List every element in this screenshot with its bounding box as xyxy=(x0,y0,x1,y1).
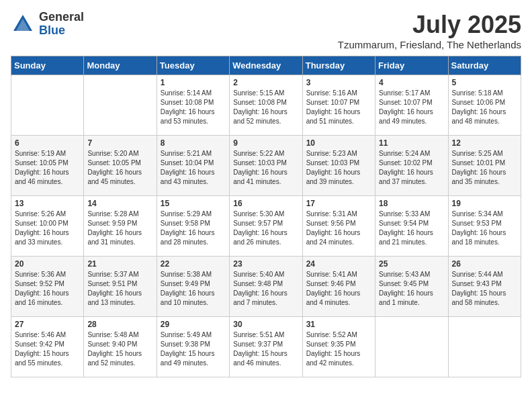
day-number: 21 xyxy=(87,259,152,269)
calendar-cell: 7Sunrise: 5:20 AM Sunset: 10:05 PM Dayli… xyxy=(84,136,157,196)
calendar-header-row: SundayMondayTuesdayWednesdayThursdayFrid… xyxy=(11,56,521,75)
day-detail: Sunrise: 5:22 AM Sunset: 10:03 PM Daylig… xyxy=(233,149,298,187)
calendar-cell: 11Sunrise: 5:24 AM Sunset: 10:02 PM Dayl… xyxy=(375,136,448,196)
calendar-week-row: 1Sunrise: 5:14 AM Sunset: 10:08 PM Dayli… xyxy=(11,75,521,136)
day-number: 15 xyxy=(161,199,226,208)
day-detail: Sunrise: 5:28 AM Sunset: 9:59 PM Dayligh… xyxy=(87,210,152,247)
day-detail: Sunrise: 5:19 AM Sunset: 10:05 PM Daylig… xyxy=(15,149,80,187)
month-year: July 2025 xyxy=(338,11,521,39)
day-number: 11 xyxy=(379,138,444,148)
day-number: 12 xyxy=(452,138,517,148)
day-detail: Sunrise: 5:23 AM Sunset: 10:03 PM Daylig… xyxy=(306,149,371,187)
day-of-week-saturday: Saturday xyxy=(448,56,521,75)
day-number: 10 xyxy=(306,138,371,148)
day-of-week-tuesday: Tuesday xyxy=(157,56,229,75)
day-number: 31 xyxy=(306,320,371,329)
calendar-cell: 18Sunrise: 5:33 AM Sunset: 9:54 PM Dayli… xyxy=(375,196,448,257)
calendar-cell: 8Sunrise: 5:21 AM Sunset: 10:04 PM Dayli… xyxy=(157,136,229,196)
day-detail: Sunrise: 5:38 AM Sunset: 9:49 PM Dayligh… xyxy=(161,270,226,308)
day-detail: Sunrise: 5:33 AM Sunset: 9:54 PM Dayligh… xyxy=(379,210,444,247)
day-of-week-monday: Monday xyxy=(84,56,157,75)
logo-blue: Blue xyxy=(39,24,84,38)
calendar-cell xyxy=(84,75,157,136)
day-detail: Sunrise: 5:24 AM Sunset: 10:02 PM Daylig… xyxy=(379,149,444,187)
calendar-cell: 23Sunrise: 5:40 AM Sunset: 9:48 PM Dayli… xyxy=(230,257,302,317)
day-detail: Sunrise: 5:51 AM Sunset: 9:37 PM Dayligh… xyxy=(233,330,298,368)
day-detail: Sunrise: 5:48 AM Sunset: 9:40 PM Dayligh… xyxy=(87,330,152,368)
day-number: 24 xyxy=(306,259,371,269)
calendar-cell: 27Sunrise: 5:46 AM Sunset: 9:42 PM Dayli… xyxy=(11,317,84,377)
day-number: 4 xyxy=(379,78,444,87)
day-number: 28 xyxy=(87,320,152,329)
day-number: 18 xyxy=(379,199,444,208)
day-number: 25 xyxy=(379,259,444,269)
logo-general: General xyxy=(39,11,84,24)
calendar-cell: 24Sunrise: 5:41 AM Sunset: 9:46 PM Dayli… xyxy=(302,257,375,317)
calendar-cell: 25Sunrise: 5:43 AM Sunset: 9:45 PM Dayli… xyxy=(375,257,448,317)
calendar-cell: 21Sunrise: 5:37 AM Sunset: 9:51 PM Dayli… xyxy=(84,257,157,317)
day-detail: Sunrise: 5:43 AM Sunset: 9:45 PM Dayligh… xyxy=(379,270,444,308)
calendar-week-row: 27Sunrise: 5:46 AM Sunset: 9:42 PM Dayli… xyxy=(11,317,521,377)
day-detail: Sunrise: 5:26 AM Sunset: 10:00 PM Daylig… xyxy=(15,210,80,247)
calendar-cell: 30Sunrise: 5:51 AM Sunset: 9:37 PM Dayli… xyxy=(230,317,302,377)
calendar-cell: 14Sunrise: 5:28 AM Sunset: 9:59 PM Dayli… xyxy=(84,196,157,257)
calendar-cell: 5Sunrise: 5:18 AM Sunset: 10:06 PM Dayli… xyxy=(448,75,521,136)
calendar-cell: 15Sunrise: 5:29 AM Sunset: 9:58 PM Dayli… xyxy=(157,196,229,257)
calendar-cell: 31Sunrise: 5:52 AM Sunset: 9:35 PM Dayli… xyxy=(302,317,375,377)
location: Tzummarum, Friesland, The Netherlands xyxy=(338,39,521,50)
title-block: July 2025 Tzummarum, Friesland, The Neth… xyxy=(338,11,521,50)
day-number: 30 xyxy=(233,320,298,329)
day-number: 9 xyxy=(233,138,298,148)
day-of-week-friday: Friday xyxy=(375,56,448,75)
day-number: 23 xyxy=(233,259,298,269)
calendar-cell: 22Sunrise: 5:38 AM Sunset: 9:49 PM Dayli… xyxy=(157,257,229,317)
calendar-cell: 3Sunrise: 5:16 AM Sunset: 10:07 PM Dayli… xyxy=(302,75,375,136)
day-detail: Sunrise: 5:18 AM Sunset: 10:06 PM Daylig… xyxy=(452,89,517,126)
calendar-cell: 6Sunrise: 5:19 AM Sunset: 10:05 PM Dayli… xyxy=(11,136,84,196)
day-number: 20 xyxy=(15,259,80,269)
calendar-cell xyxy=(375,317,448,377)
day-detail: Sunrise: 5:49 AM Sunset: 9:38 PM Dayligh… xyxy=(161,330,226,368)
day-detail: Sunrise: 5:41 AM Sunset: 9:46 PM Dayligh… xyxy=(306,270,371,308)
calendar-cell: 20Sunrise: 5:36 AM Sunset: 9:52 PM Dayli… xyxy=(11,257,84,317)
calendar-cell: 12Sunrise: 5:25 AM Sunset: 10:01 PM Dayl… xyxy=(448,136,521,196)
logo: General Blue xyxy=(11,11,84,38)
day-detail: Sunrise: 5:15 AM Sunset: 10:08 PM Daylig… xyxy=(233,89,298,126)
calendar-cell: 13Sunrise: 5:26 AM Sunset: 10:00 PM Dayl… xyxy=(11,196,84,257)
day-number: 13 xyxy=(15,199,80,208)
calendar-cell: 17Sunrise: 5:31 AM Sunset: 9:56 PM Dayli… xyxy=(302,196,375,257)
day-number: 14 xyxy=(87,199,152,208)
day-detail: Sunrise: 5:17 AM Sunset: 10:07 PM Daylig… xyxy=(379,89,444,126)
calendar-cell: 28Sunrise: 5:48 AM Sunset: 9:40 PM Dayli… xyxy=(84,317,157,377)
day-number: 19 xyxy=(452,199,517,208)
day-number: 27 xyxy=(15,320,80,329)
calendar-cell xyxy=(448,317,521,377)
calendar-cell: 26Sunrise: 5:44 AM Sunset: 9:43 PM Dayli… xyxy=(448,257,521,317)
day-detail: Sunrise: 5:37 AM Sunset: 9:51 PM Dayligh… xyxy=(87,270,152,308)
day-number: 6 xyxy=(15,138,80,148)
calendar-cell: 19Sunrise: 5:34 AM Sunset: 9:53 PM Dayli… xyxy=(448,196,521,257)
calendar-week-row: 13Sunrise: 5:26 AM Sunset: 10:00 PM Dayl… xyxy=(11,196,521,257)
day-number: 2 xyxy=(233,78,298,87)
calendar-cell: 4Sunrise: 5:17 AM Sunset: 10:07 PM Dayli… xyxy=(375,75,448,136)
logo-text: General Blue xyxy=(39,11,84,38)
day-detail: Sunrise: 5:25 AM Sunset: 10:01 PM Daylig… xyxy=(452,149,517,187)
day-detail: Sunrise: 5:14 AM Sunset: 10:08 PM Daylig… xyxy=(161,89,226,126)
day-detail: Sunrise: 5:29 AM Sunset: 9:58 PM Dayligh… xyxy=(161,210,226,247)
day-number: 3 xyxy=(306,78,371,87)
calendar-cell: 16Sunrise: 5:30 AM Sunset: 9:57 PM Dayli… xyxy=(230,196,302,257)
calendar-week-row: 20Sunrise: 5:36 AM Sunset: 9:52 PM Dayli… xyxy=(11,257,521,317)
day-number: 29 xyxy=(161,320,226,329)
day-number: 5 xyxy=(452,78,517,87)
day-detail: Sunrise: 5:52 AM Sunset: 9:35 PM Dayligh… xyxy=(306,330,371,368)
day-detail: Sunrise: 5:30 AM Sunset: 9:57 PM Dayligh… xyxy=(233,210,298,247)
calendar-cell xyxy=(11,75,84,136)
day-detail: Sunrise: 5:21 AM Sunset: 10:04 PM Daylig… xyxy=(161,149,226,187)
day-detail: Sunrise: 5:44 AM Sunset: 9:43 PM Dayligh… xyxy=(452,270,517,308)
day-number: 8 xyxy=(161,138,226,148)
calendar-cell: 2Sunrise: 5:15 AM Sunset: 10:08 PM Dayli… xyxy=(230,75,302,136)
calendar-cell: 9Sunrise: 5:22 AM Sunset: 10:03 PM Dayli… xyxy=(230,136,302,196)
logo-icon xyxy=(11,12,35,36)
day-number: 22 xyxy=(161,259,226,269)
day-number: 1 xyxy=(161,78,226,87)
